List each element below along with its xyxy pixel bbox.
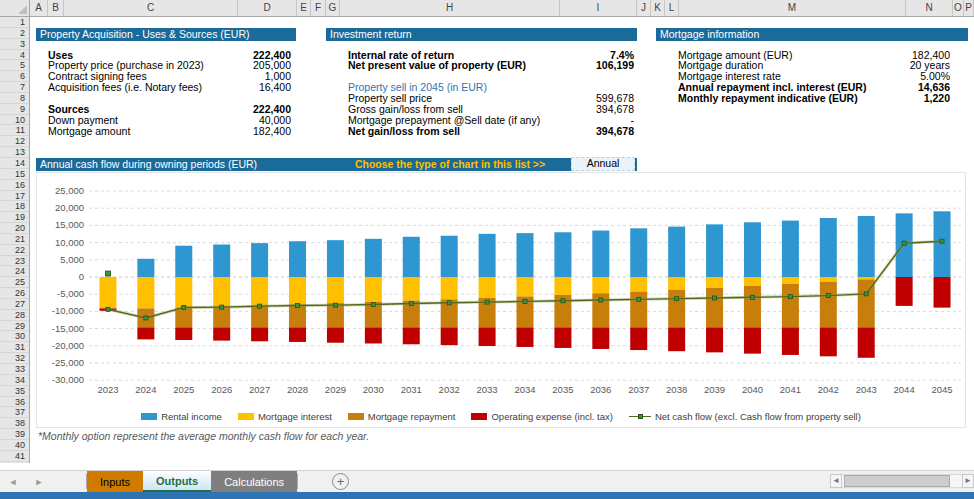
legend-color-swatch-icon xyxy=(238,413,254,420)
row-header-13[interactable]: 13 xyxy=(0,147,29,158)
chart-type-dropdown[interactable]: Annual xyxy=(571,157,635,171)
row-header-30[interactable]: 30 xyxy=(0,331,29,342)
row-header-5[interactable]: 5 xyxy=(0,60,29,71)
select-all-corner[interactable] xyxy=(0,0,30,16)
column-header-L[interactable]: L xyxy=(665,0,679,16)
chart-type-chooser-label: Choose the type of chart in this list >> xyxy=(340,158,560,171)
row-header-29[interactable]: 29 xyxy=(0,321,29,332)
column-header-A[interactable]: A xyxy=(30,0,48,16)
row-header-11[interactable]: 11 xyxy=(0,125,29,136)
column-header-D[interactable]: D xyxy=(238,0,297,16)
row-header-26[interactable]: 26 xyxy=(0,288,29,299)
chart-title: Annual cash flow during owning periods (… xyxy=(40,158,257,171)
row-header-19[interactable]: 19 xyxy=(0,212,29,223)
data-row[interactable]: Net gain/loss from sell394,678 xyxy=(348,126,634,137)
row-header-24[interactable]: 24 xyxy=(0,266,29,277)
column-header-B[interactable]: B xyxy=(48,0,64,16)
row-header-17[interactable]: 17 xyxy=(0,191,29,202)
column-header-row: ABCDEFGHIJKLMNOP xyxy=(0,0,974,17)
row-header-2[interactable]: 2 xyxy=(0,28,29,39)
row-header-31[interactable]: 31 xyxy=(0,342,29,353)
row-header-18[interactable]: 18 xyxy=(0,201,29,212)
row-header-21[interactable]: 21 xyxy=(0,234,29,245)
svg-text:15,000: 15,000 xyxy=(55,219,84,230)
row-header-28[interactable]: 28 xyxy=(0,310,29,321)
row-header-34[interactable]: 34 xyxy=(0,375,29,386)
svg-text:2036: 2036 xyxy=(590,384,611,395)
data-row[interactable]: Monthly repayment indicative (EUR)1,220 xyxy=(678,93,950,104)
svg-text:25,000: 25,000 xyxy=(55,185,84,196)
column-header-C[interactable]: C xyxy=(64,0,238,16)
svg-text:2041: 2041 xyxy=(780,384,801,395)
legend-item: Net cash flow (excl. Cash flow from prop… xyxy=(629,411,861,422)
tab-outputs[interactable]: Outputs xyxy=(143,471,211,492)
column-header-G[interactable]: G xyxy=(326,0,340,16)
row-header-12[interactable]: 12 xyxy=(0,136,29,147)
svg-text:10,000: 10,000 xyxy=(55,237,84,248)
svg-text:-20,000: -20,000 xyxy=(52,340,84,351)
tab-inputs[interactable]: Inputs xyxy=(87,471,143,492)
column-header-H[interactable]: H xyxy=(340,0,560,16)
legend-label: Net cash flow (excl. Cash flow from prop… xyxy=(655,411,861,422)
legend-color-swatch-icon xyxy=(141,413,157,420)
scrollbar-track[interactable] xyxy=(842,474,962,488)
row-value: 1,220 xyxy=(924,93,950,104)
scroll-left-icon[interactable]: ◄ xyxy=(830,474,842,488)
svg-text:20,000: 20,000 xyxy=(55,202,84,213)
row-header-6[interactable]: 6 xyxy=(0,71,29,82)
row-header-32[interactable]: 32 xyxy=(0,353,29,364)
row-header-37[interactable]: 37 xyxy=(0,407,29,418)
column-header-I[interactable]: I xyxy=(560,0,637,16)
footnote-text: *Monthly option represent the average mo… xyxy=(38,430,369,442)
data-row[interactable]: Acquisition fees (i.e. Notary fees)16,40… xyxy=(48,82,291,93)
svg-text:-10,000: -10,000 xyxy=(52,305,84,316)
row-header-10[interactable]: 10 xyxy=(0,115,29,126)
column-header-N[interactable]: N xyxy=(906,0,953,16)
row-header-7[interactable]: 7 xyxy=(0,82,29,93)
row-header-22[interactable]: 22 xyxy=(0,245,29,256)
new-sheet-button[interactable]: + xyxy=(332,473,349,490)
data-row[interactable]: Mortgage amount182,400 xyxy=(48,126,291,137)
sheet-nav-right-icon[interactable]: ► xyxy=(26,471,52,492)
row-header-3[interactable]: 3 xyxy=(0,39,29,50)
column-header-E[interactable]: E xyxy=(297,0,311,16)
tab-calculations[interactable]: Calculations xyxy=(211,471,297,492)
column-header-F[interactable]: F xyxy=(311,0,326,16)
row-header-9[interactable]: 9 xyxy=(0,104,29,115)
row-header-33[interactable]: 33 xyxy=(0,364,29,375)
row-header-38[interactable]: 38 xyxy=(0,418,29,429)
row-header-15[interactable]: 15 xyxy=(0,169,29,180)
horizontal-scrollbar[interactable]: ◄ ► xyxy=(830,473,974,489)
row-header-1[interactable]: 1 xyxy=(0,17,29,28)
row-header-14[interactable]: 14 xyxy=(0,158,29,169)
row-header-23[interactable]: 23 xyxy=(0,256,29,267)
row-header-8[interactable]: 8 xyxy=(0,93,29,104)
column-header-K[interactable]: K xyxy=(651,0,665,16)
cash-flow-chart[interactable]: 25,00020,00015,00010,0005,0000-5,000-10,… xyxy=(36,172,966,428)
row-header-4[interactable]: 4 xyxy=(0,50,29,61)
row-header-40[interactable]: 40 xyxy=(0,440,29,451)
svg-text:2035: 2035 xyxy=(552,384,573,395)
column-header-J[interactable]: J xyxy=(637,0,651,16)
svg-text:2038: 2038 xyxy=(666,384,687,395)
row-header-41[interactable]: 41 xyxy=(0,451,29,462)
column-header-P[interactable]: P xyxy=(964,0,974,16)
sheet-nav-left-icon[interactable]: ◄ xyxy=(0,471,26,492)
row-header-25[interactable]: 25 xyxy=(0,277,29,288)
column-header-M[interactable]: M xyxy=(679,0,906,16)
legend-item: Operating expense (incl. tax) xyxy=(471,411,612,422)
column-header-O[interactable]: O xyxy=(953,0,964,16)
svg-text:2025: 2025 xyxy=(173,384,194,395)
row-header-20[interactable]: 20 xyxy=(0,223,29,234)
row-header-36[interactable]: 36 xyxy=(0,397,29,408)
scroll-right-icon[interactable]: ► xyxy=(962,474,974,488)
row-header-39[interactable]: 39 xyxy=(0,429,29,440)
scrollbar-thumb[interactable] xyxy=(844,475,950,487)
svg-text:2033: 2033 xyxy=(477,384,498,395)
svg-text:2045: 2045 xyxy=(931,384,952,395)
row-header-27[interactable]: 27 xyxy=(0,299,29,310)
row-header-16[interactable]: 16 xyxy=(0,180,29,191)
row-header-35[interactable]: 35 xyxy=(0,386,29,397)
data-row[interactable]: Net present value of property (EUR)106,1… xyxy=(348,60,634,71)
svg-text:2026: 2026 xyxy=(211,384,232,395)
